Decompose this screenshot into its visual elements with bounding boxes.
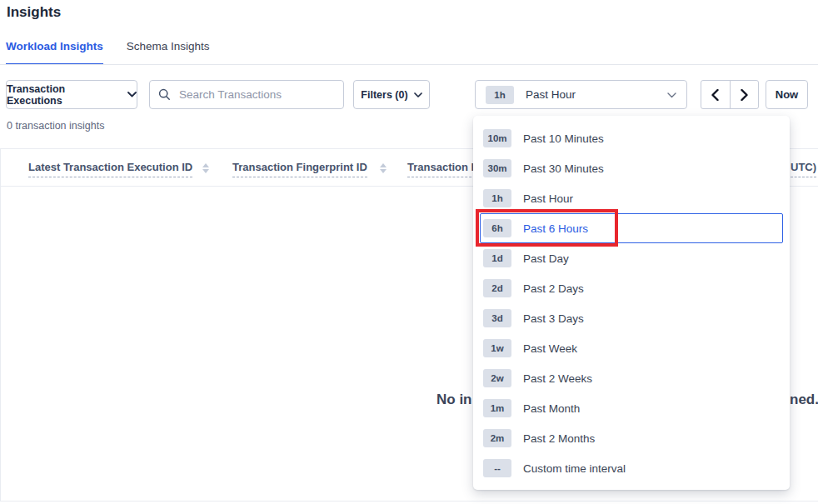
time-range-nav [701, 80, 759, 109]
filters-label: Filters (0) [361, 89, 407, 101]
sort-icon[interactable] [202, 163, 209, 173]
time-option-label: Past Hour [523, 192, 573, 205]
next-range-button[interactable] [731, 81, 759, 108]
time-option-label: Past 3 Days [523, 312, 584, 325]
chevron-down-icon [667, 92, 676, 98]
time-option-badge: 10m [483, 129, 511, 147]
time-option-past-10-minutes[interactable]: 10m Past 10 Minutes [473, 123, 790, 153]
insights-page: Insights Workload Insights Schema Insigh… [0, 0, 818, 504]
now-button[interactable]: Now [766, 80, 808, 109]
time-option-past-week[interactable]: 1w Past Week [473, 333, 790, 363]
time-option-badge: 3d [483, 309, 511, 327]
empty-state-message-left: No in [436, 392, 472, 408]
time-option-past-day[interactable]: 1d Past Day [473, 243, 790, 273]
column-header-transaction-fingerprint-id[interactable]: Transaction Fingerprint ID [232, 161, 367, 177]
time-option-label: Past 2 Months [523, 432, 595, 445]
time-option-badge: 1m [483, 399, 511, 417]
time-option-badge: 6h [483, 219, 511, 237]
time-option-label: Past 10 Minutes [523, 132, 604, 145]
time-option-label: Past Week [523, 342, 577, 355]
execution-type-label: Transaction Executions [7, 83, 120, 107]
time-option-past-month[interactable]: 1m Past Month [473, 393, 790, 423]
time-option-label: Custom time interval [523, 462, 626, 475]
now-label: Now [776, 88, 798, 101]
time-option-badge: 1h [483, 189, 511, 207]
time-option-badge: 1d [483, 249, 511, 267]
column-header-utc-fragment[interactable]: UTC) [791, 161, 816, 177]
chevron-down-icon [127, 92, 137, 97]
time-option-label: Past Day [523, 252, 569, 265]
sort-icon[interactable] [380, 163, 387, 173]
page-title: Insights [7, 4, 61, 21]
chevron-right-icon [741, 89, 748, 101]
time-option-badge: -- [483, 459, 511, 477]
time-option-badge: 2m [483, 429, 511, 447]
search-input[interactable] [177, 87, 343, 102]
time-option-badge: 1w [483, 339, 511, 357]
time-option-past-2-months[interactable]: 2m Past 2 Months [473, 423, 790, 453]
time-interval-menu: 10m Past 10 Minutes 30m Past 30 Minutes … [473, 116, 790, 490]
time-option-badge: 2w [483, 369, 511, 387]
tab-bar: Workload Insights Schema Insights [6, 40, 233, 65]
tab-workload-insights[interactable]: Workload Insights [6, 40, 103, 65]
time-interval-badge: 1h [486, 86, 514, 104]
time-option-label: Past 30 Minutes [523, 162, 604, 175]
sort-asc-icon [380, 163, 387, 167]
prev-range-button[interactable] [701, 81, 731, 108]
filters-button[interactable]: Filters (0) [353, 80, 430, 109]
empty-state-message-right: ned. [790, 392, 818, 408]
time-option-label: Past 2 Days [523, 282, 584, 295]
time-option-label: Past Month [523, 402, 580, 415]
time-option-badge: 2d [483, 279, 511, 297]
time-option-past-2-weeks[interactable]: 2w Past 2 Weeks [473, 363, 790, 393]
tab-schema-insights[interactable]: Schema Insights [127, 40, 210, 65]
time-interval-label: Past Hour [526, 88, 576, 101]
insight-count-text: 0 transaction insights [7, 120, 104, 132]
search-box[interactable] [149, 80, 344, 109]
time-option-label: Past 6 Hours [523, 222, 588, 235]
tabs-divider [0, 64, 818, 65]
chevron-down-icon [414, 92, 422, 97]
time-option-custom-time-interval[interactable]: -- Custom time interval [473, 453, 790, 483]
time-option-past-hour[interactable]: 1h Past Hour [473, 183, 790, 213]
time-option-past-30-minutes[interactable]: 30m Past 30 Minutes [473, 153, 790, 183]
time-option-past-6-hours[interactable]: 6h Past 6 Hours [480, 213, 783, 243]
time-option-past-2-days[interactable]: 2d Past 2 Days [473, 273, 790, 303]
chevron-left-icon [711, 89, 719, 101]
sort-desc-icon [202, 169, 209, 173]
time-option-past-3-days[interactable]: 3d Past 3 Days [473, 303, 790, 333]
sort-asc-icon [202, 163, 209, 167]
execution-type-dropdown[interactable]: Transaction Executions [6, 80, 137, 109]
sort-desc-icon [380, 169, 387, 173]
time-option-label: Past 2 Weeks [523, 372, 592, 385]
search-icon [158, 88, 171, 101]
time-option-badge: 30m [483, 159, 511, 177]
column-header-latest-transaction-execution-id[interactable]: Latest Transaction Execution ID [28, 161, 192, 177]
time-interval-dropdown[interactable]: 1h Past Hour [475, 80, 687, 109]
